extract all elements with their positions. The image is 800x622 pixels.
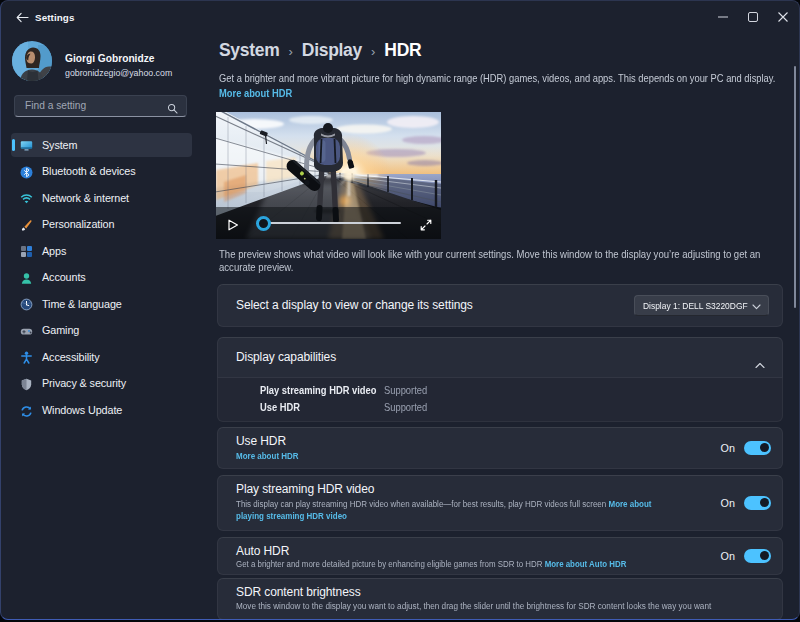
account-email: gobronidzegio@yahoo.com <box>65 68 172 78</box>
display-dropdown[interactable]: Display 1: DELL S3220DGF <box>634 295 769 316</box>
use-hdr-card: Use HDR More about HDR On <box>217 427 783 469</box>
display-capabilities-title: Display capabilities <box>236 338 336 377</box>
use-hdr-toggle[interactable] <box>744 441 771 455</box>
capability-value: Supported <box>384 385 427 396</box>
video-progress-track[interactable] <box>258 222 401 225</box>
sidebar-item-label: Network & internet <box>42 186 129 210</box>
auto-hdr-title: Auto HDR <box>236 544 289 558</box>
settings-window: Settings G <box>0 0 800 620</box>
streaming-hdr-desc: This display can play streaming HDR vide… <box>236 499 606 509</box>
sdr-brightness-card: SDR content brightness Move this window … <box>217 578 783 620</box>
chevron-down-icon <box>752 304 761 310</box>
account-name: Giorgi Gobronidze <box>65 53 154 64</box>
hdr-video-preview <box>216 112 441 239</box>
description-paragraph: This display can play streaming HDR vide… <box>236 498 659 524</box>
display-selector-card: Select a display to view or change its s… <box>217 284 783 327</box>
display-selector-label: Select a display to view or change its s… <box>236 285 473 326</box>
auto-hdr-state-label: On <box>721 550 735 562</box>
system-icon <box>20 138 33 151</box>
time-language-icon <box>20 297 33 310</box>
scrollbar-thumb[interactable] <box>794 66 797 308</box>
toggle-group: On <box>721 428 771 468</box>
auto-hdr-desc: Get a brighter and more detailed picture… <box>236 559 542 569</box>
video-progress-thumb[interactable] <box>256 216 271 231</box>
sdr-brightness-desc: Move this window to the display you want… <box>236 601 800 611</box>
minimize-icon <box>718 12 728 22</box>
back-button[interactable] <box>9 7 35 27</box>
network-icon <box>20 191 33 204</box>
auto-hdr-toggle[interactable] <box>744 549 771 563</box>
close-button[interactable] <box>768 2 798 32</box>
bluetooth-icon <box>20 165 33 178</box>
card-description: Get a brighter and more detailed picture… <box>236 559 788 569</box>
display-capabilities-content: Play streaming HDR video Supported Use H… <box>217 378 783 422</box>
avatar-photo <box>12 41 52 81</box>
sidebar-item-label: Accessibility <box>42 345 100 369</box>
sidebar-item-privacy-security[interactable]: Privacy & security <box>11 371 192 395</box>
sidebar-item-label: Privacy & security <box>42 371 126 395</box>
card-description: This display can play streaming HDR vide… <box>236 498 686 524</box>
app-title: Settings <box>35 12 74 23</box>
chevron-up-icon[interactable] <box>755 355 765 373</box>
use-hdr-link[interactable]: More about HDR <box>236 451 299 461</box>
sidebar-item-system[interactable]: System <box>11 133 192 157</box>
page-title: HDR <box>384 40 421 61</box>
back-arrow-icon <box>16 12 29 23</box>
breadcrumb-display[interactable]: Display <box>302 40 362 61</box>
toggle-knob <box>760 498 769 507</box>
display-capabilities-expander[interactable]: Display capabilities <box>217 337 783 378</box>
streaming-hdr-title: Play streaming HDR video <box>236 482 374 496</box>
play-button[interactable] <box>227 217 239 235</box>
use-hdr-title: Use HDR <box>236 434 286 448</box>
capability-value: Supported <box>384 402 427 413</box>
auto-hdr-link[interactable]: More about Auto HDR <box>545 559 627 569</box>
avatar[interactable] <box>12 41 52 81</box>
sidebar-item-label: Time & language <box>42 292 122 316</box>
page-intro: Get a brighter and more vibrant picture … <box>219 73 800 84</box>
personalization-icon <box>20 218 33 231</box>
sidebar-item-apps[interactable]: Apps <box>11 239 192 263</box>
streaming-hdr-toggle[interactable] <box>744 496 771 510</box>
sidebar-item-label: Windows Update <box>42 398 122 422</box>
maximize-icon <box>748 12 758 22</box>
sidebar-item-network-internet[interactable]: Network & internet <box>11 186 192 210</box>
breadcrumb-system[interactable]: System <box>219 40 279 61</box>
window-controls <box>708 2 798 32</box>
sidebar-item-windows-update[interactable]: Windows Update <box>11 398 192 422</box>
capability-label: Play streaming HDR video <box>260 385 368 396</box>
apps-icon <box>20 244 33 257</box>
streaming-hdr-card: Play streaming HDR video This display ca… <box>217 475 783 531</box>
sidebar-item-gaming[interactable]: Gaming <box>11 318 192 342</box>
sidebar-item-label: Personalization <box>42 212 114 236</box>
breadcrumb-separator: › <box>362 44 384 59</box>
breadcrumb: System › Display › HDR <box>219 40 421 61</box>
search-placeholder: Find a setting <box>25 96 86 116</box>
sidebar-item-label: Gaming <box>42 318 79 342</box>
streaming-hdr-state-label: On <box>721 497 735 509</box>
close-icon <box>778 12 788 22</box>
use-hdr-state-label: On <box>721 442 735 454</box>
play-icon <box>227 219 239 231</box>
auto-hdr-card: Auto HDR Get a brighter and more detaile… <box>217 537 783 575</box>
toggle-group: On <box>721 538 771 574</box>
sidebar-item-bluetooth-devices[interactable]: Bluetooth & devices <box>11 159 192 183</box>
preview-note: The preview shows what video will look l… <box>219 248 771 274</box>
search-icon <box>167 100 178 118</box>
toggle-knob <box>760 443 769 452</box>
video-controls-bar <box>216 207 441 239</box>
sidebar-item-time-language[interactable]: Time & language <box>11 292 192 316</box>
toggle-group: On <box>721 476 771 530</box>
gaming-icon <box>20 324 33 337</box>
more-about-hdr-link[interactable]: More about HDR <box>219 88 292 99</box>
fullscreen-icon <box>420 219 432 231</box>
accounts-icon <box>20 271 33 284</box>
sidebar-item-personalization[interactable]: Personalization <box>11 212 192 236</box>
capability-label: Use HDR <box>260 402 368 413</box>
search-input[interactable]: Find a setting <box>14 95 187 117</box>
sidebar-item-accessibility[interactable]: Accessibility <box>11 345 192 369</box>
sdr-brightness-title: SDR content brightness <box>236 585 361 599</box>
sidebar-item-accounts[interactable]: Accounts <box>11 265 192 289</box>
fullscreen-button[interactable] <box>420 217 432 235</box>
minimize-button[interactable] <box>708 2 738 32</box>
maximize-button[interactable] <box>738 2 768 32</box>
